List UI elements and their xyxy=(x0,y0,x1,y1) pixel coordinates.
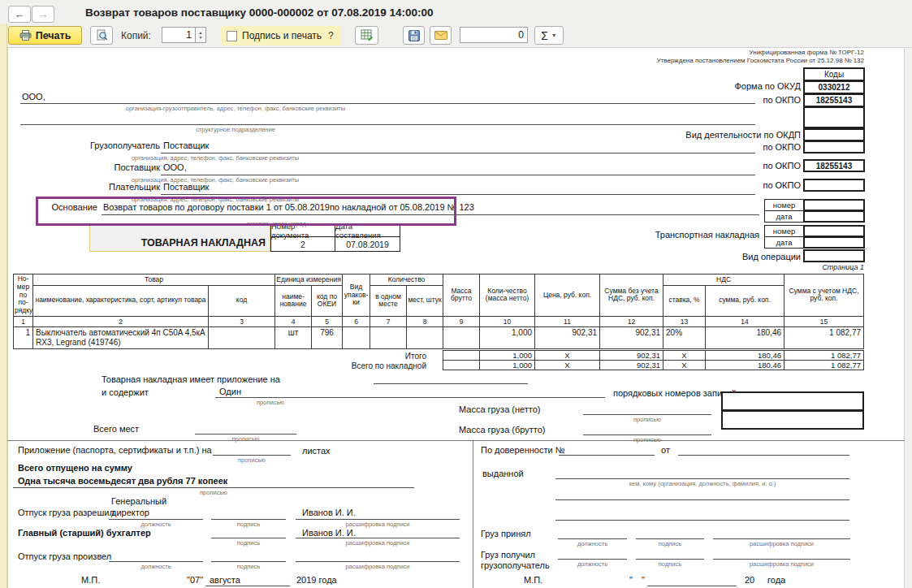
total-places-line xyxy=(195,433,296,435)
colnum-15: 15 xyxy=(784,316,864,326)
accepted-position-caption: должность xyxy=(558,540,627,547)
appendix-line xyxy=(374,383,528,384)
stamp-date-line-right xyxy=(647,585,737,586)
totals-table: 1,000 X 902,31 X 180,46 1 082,77 1,000 X… xyxy=(443,350,864,370)
sum-wo-vat-header: Сумма без учета НДС, руб. коп. xyxy=(600,275,663,317)
release-sign-name: Иванов И. И. xyxy=(302,508,356,517)
grand-total-label: Всего по накладной xyxy=(244,361,426,370)
quote-close: " xyxy=(642,575,645,585)
basis-number-label-cell: номер xyxy=(764,199,804,211)
mail-button[interactable] xyxy=(430,26,452,45)
release-position-caption: должность xyxy=(109,521,203,528)
sign-and-print-area: Подпись и печать ? xyxy=(221,26,341,45)
grand-gross xyxy=(443,361,480,370)
total-in-words-line xyxy=(13,486,414,488)
row-unit: шт xyxy=(275,326,312,348)
colnum-3: 3 xyxy=(209,316,275,326)
release-position-line xyxy=(109,518,203,520)
help-question-mark[interactable]: ? xyxy=(328,30,334,41)
operation-type-label: Вид операции xyxy=(557,252,801,262)
payer-value: Поставщик xyxy=(163,182,209,192)
table-row: 1 Выключатель автоматический 4п C50A 4,5… xyxy=(14,326,864,348)
okud-value-cell: 0330212 xyxy=(803,80,865,94)
totals-x2: X xyxy=(663,351,706,361)
row-name: Выключатель автоматический 4п C50A 4,5кА… xyxy=(33,326,209,348)
colnum-9: 9 xyxy=(443,316,480,326)
release-sign-caption: подпись xyxy=(211,521,286,528)
made-position-line xyxy=(109,560,203,562)
chief-accountant-label: Главный (старший) бухгалтер xyxy=(18,528,151,538)
transport-waybill-label: Транспортная накладная xyxy=(516,230,759,240)
back-button[interactable]: ← xyxy=(8,6,31,23)
vat-rate-header: ставка, % xyxy=(663,285,706,316)
release-allowed-label: Отпуск груза разрешил xyxy=(18,508,115,517)
net-weight-line xyxy=(583,413,711,415)
consignee-value: Поставщик xyxy=(163,141,209,150)
print-button-label: Печать xyxy=(36,30,71,41)
codes-header-cell: Коды xyxy=(803,67,865,81)
doc-date-header-cell: Дата составления xyxy=(335,224,400,237)
per-place-header: в одном месте xyxy=(370,285,407,316)
attachments-caption: прописью xyxy=(203,456,300,464)
sum-button[interactable]: Σ ▼ xyxy=(534,26,564,45)
accepted-decode-caption: расшифровка подписи xyxy=(713,540,850,547)
back-icon: ← xyxy=(15,9,25,19)
accepted-decode-line xyxy=(713,538,850,539)
attachments-label: Приложение (паспорта, сертификаты и т.п.… xyxy=(18,445,212,455)
counter-input[interactable]: 0 xyxy=(460,27,528,43)
floppy-icon xyxy=(408,30,420,41)
unit-name-header: наиме-нование xyxy=(275,285,312,316)
toolbar: Печать Копий: 1 ▲ ▼ Подпись и печать ? 0… xyxy=(0,24,912,48)
received-position-caption: должность xyxy=(558,560,627,568)
colnum-4: 4 xyxy=(275,316,312,326)
preview-button[interactable] xyxy=(90,26,113,45)
issued-blank-line-1 xyxy=(555,499,849,500)
release-decode-caption: расшифровка подписи xyxy=(296,521,460,528)
grand-sum-wo-vat: 902,31 xyxy=(600,361,663,370)
appendix-label: Товарная накладная имеет приложение на xyxy=(102,374,280,384)
okud-label: Форма по ОКУД xyxy=(557,81,801,91)
okpo-label-3: по ОКПО xyxy=(557,161,801,171)
sheets-label: листах xyxy=(302,446,331,456)
supplier-label: Поставщик xyxy=(32,162,160,172)
copies-input[interactable]: 1 xyxy=(162,27,196,43)
operation-value-cell xyxy=(803,249,865,262)
qty-group-header: Количество xyxy=(370,275,443,286)
accountant-sign-caption: подпись xyxy=(211,539,286,547)
colnum-7: 7 xyxy=(370,316,407,326)
copies-stepper[interactable]: ▲ ▼ xyxy=(196,27,206,43)
made-decode-line xyxy=(296,560,460,562)
transport-number-label-cell: номер xyxy=(764,225,804,237)
release-sign-line xyxy=(211,518,286,520)
contains-value: Один xyxy=(219,387,241,396)
col-num-header: Но-мер по по-рядку xyxy=(14,275,33,317)
vat-group-header: НДС xyxy=(663,275,784,286)
okpo-payer-value-cell xyxy=(803,179,865,192)
doc-title: ТОВАРНАЯ НАКЛАДНАЯ xyxy=(93,237,266,249)
colnum-12: 12 xyxy=(600,316,663,326)
received-sign-caption: подпись xyxy=(636,560,704,568)
row-qty: 1,000 xyxy=(480,326,535,348)
row-okei: 796 xyxy=(312,326,343,348)
row-vat-rate: 20% xyxy=(663,326,706,348)
okdp-value-cell xyxy=(803,128,865,141)
goods-group-header: Товар xyxy=(33,275,275,286)
consignee-line xyxy=(161,152,755,153)
forward-button[interactable]: → xyxy=(32,6,54,23)
chevron-down-icon: ▼ xyxy=(551,32,557,38)
colnum-14: 14 xyxy=(706,316,784,326)
edit-table-button[interactable] xyxy=(355,26,378,45)
sign-and-print-checkbox[interactable] xyxy=(227,31,237,41)
basis-number-value-cell xyxy=(803,199,865,211)
printer-icon xyxy=(19,30,32,41)
app-window: { "titlebar": { "title": "Возврат товаро… xyxy=(0,0,912,588)
print-button[interactable]: Печать xyxy=(8,26,82,45)
consignee-label: Грузополучатель xyxy=(32,141,160,150)
totals-sum-wo-vat: 902,31 xyxy=(600,351,663,361)
attachments-line xyxy=(213,454,291,456)
row-code xyxy=(209,326,275,348)
save-button[interactable] xyxy=(403,26,425,45)
empty-code-cell xyxy=(803,106,865,128)
payer-label: Плательщик xyxy=(32,182,160,192)
row-vat-sum: 180,46 xyxy=(706,326,784,348)
